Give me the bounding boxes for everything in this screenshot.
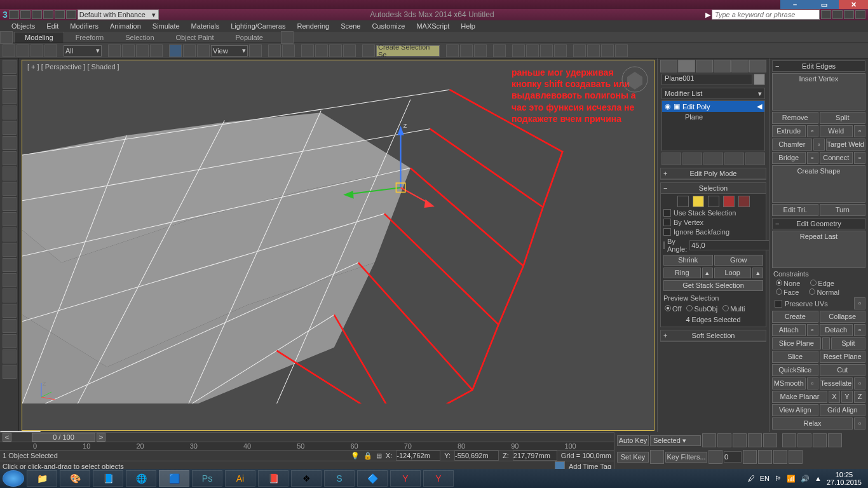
undo-button[interactable]: [3, 44, 15, 57]
layers-button[interactable]: [474, 44, 487, 57]
play-button[interactable]: [733, 433, 747, 447]
nav-walk-button[interactable]: [773, 450, 787, 464]
lt-btn-2[interactable]: [3, 75, 17, 89]
qat-save-icon[interactable]: [32, 10, 42, 19]
time-cfg-button[interactable]: [709, 450, 722, 464]
spinner-snap-button[interactable]: [343, 44, 356, 57]
loop-button[interactable]: Loop: [714, 268, 752, 278]
split-button[interactable]: Split: [820, 112, 866, 124]
lt-btn-1[interactable]: [3, 60, 17, 74]
win-close-button[interactable]: ✕: [839, 0, 868, 9]
grid-align-button[interactable]: Grid Align: [820, 404, 866, 416]
render-prod-button[interactable]: [573, 44, 586, 57]
next-frame-button[interactable]: [748, 433, 762, 447]
slice-plane-button[interactable]: Slice Plane: [772, 337, 821, 349]
constraint-face-radio[interactable]: [776, 288, 782, 295]
viewcube[interactable]: [620, 64, 650, 95]
task-slack[interactable]: ❖: [291, 470, 322, 487]
nav-zoom-button[interactable]: [797, 433, 811, 447]
keyboard-shortcut-button[interactable]: [282, 44, 295, 57]
stack-edit-poly[interactable]: ◉▣Edit Poly◀: [662, 101, 764, 112]
auto-key-button[interactable]: Auto Key: [617, 435, 649, 446]
extrude-settings[interactable]: ▫: [807, 125, 818, 137]
activeshade-button[interactable]: [601, 44, 614, 57]
help-icon[interactable]: [855, 10, 865, 19]
use-stack-checkbox[interactable]: [663, 209, 671, 217]
by-vertex-checkbox[interactable]: [663, 219, 671, 226]
named-sel-combo[interactable]: Create Selection Se: [376, 45, 440, 57]
msmooth-settings[interactable]: ▫: [807, 377, 818, 390]
menu-objects[interactable]: Objects: [11, 22, 35, 30]
x-coord-input[interactable]: [396, 451, 440, 461]
by-angle-checkbox[interactable]: [663, 241, 665, 249]
grow-button[interactable]: Grow: [714, 255, 764, 266]
attach-list[interactable]: ▫: [807, 324, 818, 336]
lt-btn-8[interactable]: [3, 166, 17, 180]
start-button[interactable]: [3, 470, 24, 487]
lt-btn-11[interactable]: [3, 212, 17, 226]
scale-button[interactable]: [197, 44, 210, 57]
goto-start-button[interactable]: [702, 433, 716, 447]
lt-btn-6[interactable]: [3, 136, 17, 150]
snap-toggle-button[interactable]: [301, 44, 314, 57]
nav-region-button[interactable]: [758, 450, 772, 464]
nav-maxview-button[interactable]: [789, 450, 803, 464]
lt-btn-3[interactable]: [3, 90, 17, 104]
render-setup-button[interactable]: [540, 44, 553, 57]
menu-simulate[interactable]: Simulate: [153, 22, 180, 30]
border-subobj-icon[interactable]: [708, 196, 719, 207]
lt-btn-19[interactable]: [3, 334, 17, 348]
task-yandex2[interactable]: Y: [423, 470, 454, 487]
viewport[interactable]: z [ + ] [ Perspective ] [ Shaded ] раньш…: [19, 58, 657, 432]
view-align-button[interactable]: View Align: [772, 404, 818, 416]
time-slider[interactable]: < 0 / 100 >: [0, 432, 614, 442]
tab-modeling[interactable]: Modeling: [14, 32, 64, 43]
menu-scene[interactable]: Scene: [341, 22, 360, 30]
menu-animation[interactable]: Animation: [110, 22, 141, 30]
weld-settings[interactable]: ▫: [854, 125, 865, 137]
relax-settings[interactable]: ▫: [854, 417, 865, 430]
lt-btn-9[interactable]: [3, 182, 17, 196]
display-tab-icon[interactable]: [731, 60, 749, 72]
lt-btn-17[interactable]: [3, 304, 17, 318]
bridge-settings[interactable]: ▫: [807, 152, 818, 164]
y-coord-input[interactable]: [454, 451, 499, 461]
detach-settings[interactable]: ▫: [854, 324, 865, 336]
cut-button[interactable]: Cut: [820, 364, 866, 376]
tray-vol-icon[interactable]: 🔊: [801, 475, 810, 483]
modify-tab-icon[interactable]: [678, 60, 695, 72]
menu-lighting[interactable]: Lighting/Cameras: [231, 22, 285, 30]
key-mode-button[interactable]: [650, 450, 664, 464]
modifier-stack[interactable]: ◉▣Edit Poly◀ Plane: [661, 100, 765, 151]
unique-button[interactable]: [703, 152, 723, 165]
win-min-button[interactable]: –: [780, 0, 810, 9]
mirror-button[interactable]: [446, 44, 459, 57]
move-button[interactable]: [169, 44, 182, 57]
lt-btn-18[interactable]: [3, 319, 17, 333]
ref-coord-combo[interactable]: View▾: [211, 45, 248, 57]
tessellate-settings[interactable]: ▫: [854, 377, 865, 390]
tab-selection[interactable]: Selection: [115, 32, 164, 43]
weld-button[interactable]: Weld: [820, 125, 853, 137]
workspace-combo[interactable]: Default with Enhance▾: [78, 10, 159, 20]
task-explorer[interactable]: 📁: [27, 470, 57, 487]
z-coord-input[interactable]: [513, 451, 557, 461]
vertex-subobj-icon[interactable]: [677, 196, 689, 207]
pivot-button[interactable]: [249, 44, 262, 57]
filter-combo[interactable]: All▾: [64, 45, 102, 57]
rollout-soft-selection[interactable]: +Soft Selection: [661, 330, 766, 341]
subobj-radio[interactable]: [686, 305, 693, 311]
lt-btn-12[interactable]: [3, 227, 17, 241]
off-radio[interactable]: [665, 305, 671, 311]
tray-arrow-icon[interactable]: ▲: [815, 475, 822, 482]
language-indicator[interactable]: EN: [760, 475, 770, 482]
object-name-input[interactable]: Plane001: [661, 74, 752, 85]
connect-settings[interactable]: ▫: [854, 152, 865, 164]
split2-button[interactable]: Split: [831, 337, 865, 349]
render-iter-button[interactable]: [587, 44, 600, 57]
task-photoshop[interactable]: Ps: [192, 470, 222, 487]
remove-mod-button[interactable]: [724, 152, 744, 165]
schematic-button[interactable]: [512, 44, 525, 57]
motion-tab-icon[interactable]: [714, 60, 731, 72]
create-shape-button[interactable]: Create Shape: [772, 165, 865, 203]
